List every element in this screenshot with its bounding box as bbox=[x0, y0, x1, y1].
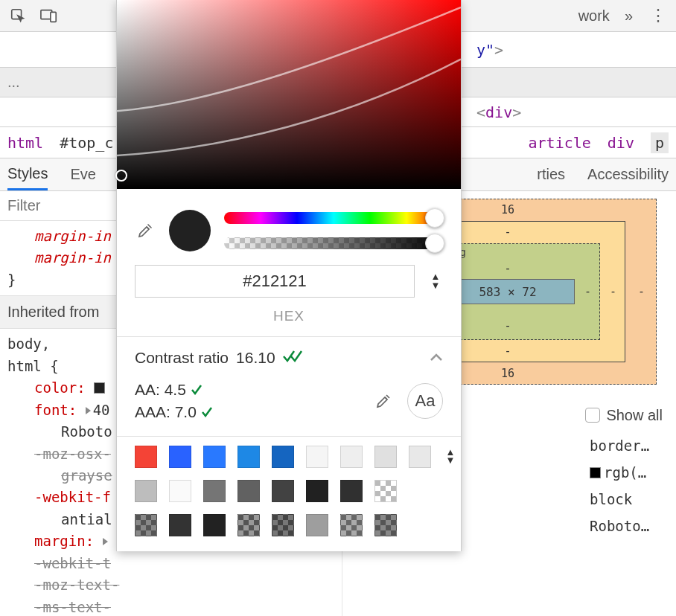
palette-swatch[interactable] bbox=[203, 446, 226, 468]
css-moz-text[interactable]: -moz-text- bbox=[34, 577, 119, 593]
hex-label: HEX bbox=[117, 308, 461, 336]
hex-input[interactable] bbox=[135, 265, 415, 298]
kebab-menu-icon[interactable]: ⋮ bbox=[648, 5, 669, 26]
palette-swatch-transparent[interactable] bbox=[374, 480, 397, 502]
palette-swatch[interactable] bbox=[340, 446, 363, 468]
palette-section: ▲▼ bbox=[117, 437, 461, 551]
css-webkit-t[interactable]: -webkit-t bbox=[34, 555, 111, 571]
expand-icon[interactable] bbox=[86, 407, 91, 414]
palette-swatch[interactable] bbox=[203, 480, 226, 502]
palette-swatch[interactable] bbox=[135, 446, 157, 468]
inspect-icon[interactable] bbox=[7, 5, 28, 26]
palette-swatch[interactable] bbox=[169, 514, 191, 536]
more-tabs-icon[interactable]: » bbox=[625, 7, 633, 25]
alpha-slider[interactable] bbox=[224, 237, 443, 249]
palette-swatch[interactable] bbox=[272, 446, 294, 468]
crumb-article[interactable]: article bbox=[529, 134, 591, 152]
palette-swatch[interactable] bbox=[272, 514, 294, 536]
selector-body[interactable]: body, bbox=[7, 336, 50, 352]
palette-swatch[interactable] bbox=[203, 514, 226, 536]
palette-swatch[interactable] bbox=[306, 514, 328, 536]
palette-swatch[interactable] bbox=[374, 514, 397, 536]
contrast-label: Contrast ratio bbox=[135, 349, 229, 367]
css-color-prop[interactable]: color: bbox=[34, 379, 86, 396]
color-picker-popover: ▲▼ HEX Contrast ratio 16.10 AA: 4.5 AAA:… bbox=[116, 0, 462, 551]
contrast-value: 16.10 bbox=[236, 349, 275, 367]
palette-swatch[interactable] bbox=[340, 480, 363, 502]
crumb-html[interactable]: html bbox=[7, 134, 43, 152]
palette-swatch[interactable] bbox=[237, 446, 260, 468]
aaa-label: AAA: 7.0 bbox=[135, 403, 197, 420]
hex-row: ▲▼ bbox=[117, 265, 461, 308]
palette-swatch[interactable] bbox=[306, 480, 328, 502]
palette-swatch[interactable] bbox=[237, 514, 260, 536]
contrast-row: Contrast ratio 16.10 bbox=[117, 337, 461, 379]
crumb-top[interactable]: #top_c bbox=[60, 134, 113, 152]
check-icon bbox=[191, 381, 204, 398]
hue-thumb[interactable] bbox=[425, 208, 444, 228]
saturation-handle[interactable] bbox=[115, 170, 127, 182]
palette-swatch[interactable] bbox=[306, 446, 328, 468]
palette-swatch[interactable] bbox=[169, 480, 191, 502]
check-icon bbox=[201, 403, 214, 420]
current-color-swatch bbox=[169, 210, 211, 251]
show-all-label: Show all bbox=[606, 407, 663, 424]
css-font-prop[interactable]: font: bbox=[34, 402, 77, 418]
palette-grid: ▲▼ bbox=[135, 446, 443, 536]
color-swatch-icon bbox=[590, 467, 601, 478]
double-check-icon bbox=[283, 349, 305, 367]
tab-event-listeners[interactable]: Eve bbox=[70, 158, 95, 190]
format-stepper[interactable]: ▲▼ bbox=[428, 273, 443, 289]
palette-swatch[interactable] bbox=[169, 446, 191, 468]
hue-slider[interactable] bbox=[224, 212, 443, 224]
tab-properties[interactable]: rties bbox=[537, 158, 565, 190]
picker-controls-row bbox=[117, 189, 461, 265]
css-prop-margin-inline-1[interactable]: margin-in bbox=[34, 228, 111, 244]
attr-value: y" bbox=[476, 41, 494, 59]
wcag-row: AA: 4.5 AAA: 7.0 Aa bbox=[117, 379, 461, 436]
crumb-div[interactable]: div bbox=[608, 134, 634, 152]
palette-swatch[interactable] bbox=[135, 514, 157, 536]
network-tab[interactable]: work bbox=[578, 7, 610, 25]
palette-swatch[interactable] bbox=[340, 514, 363, 536]
selector-html[interactable]: html { bbox=[7, 358, 59, 374]
saturation-value-area[interactable] bbox=[117, 0, 461, 189]
bg-eyedropper-icon[interactable] bbox=[373, 391, 394, 411]
tab-styles[interactable]: Styles bbox=[7, 158, 48, 190]
css-ms-text[interactable]: -ms-text- bbox=[34, 599, 111, 615]
css-moz-osx[interactable]: -moz-osx- bbox=[34, 446, 111, 462]
svg-rect-2 bbox=[51, 12, 56, 22]
palette-swatch[interactable] bbox=[135, 480, 157, 502]
collapse-icon[interactable] bbox=[430, 349, 443, 367]
color-swatch-icon[interactable] bbox=[94, 382, 105, 394]
aa-label: AA: 4.5 bbox=[135, 381, 186, 398]
expand-icon[interactable] bbox=[103, 538, 108, 545]
show-all-checkbox[interactable] bbox=[585, 408, 600, 423]
device-mode-icon[interactable] bbox=[39, 5, 60, 26]
css-webkit-f[interactable]: -webkit-f bbox=[34, 489, 111, 505]
palette-swatch[interactable] bbox=[237, 480, 260, 502]
tab-accessibility[interactable]: Accessibility bbox=[587, 158, 669, 190]
eyedropper-icon[interactable] bbox=[135, 220, 156, 241]
text-sample: Aa bbox=[407, 383, 443, 419]
palette-swatch[interactable] bbox=[374, 446, 397, 468]
css-margin-prop[interactable]: margin: bbox=[34, 533, 94, 549]
palette-swatch[interactable] bbox=[409, 446, 431, 468]
alpha-thumb[interactable] bbox=[425, 234, 444, 253]
crumb-p-selected[interactable]: p bbox=[651, 132, 669, 153]
css-prop-margin-inline-2[interactable]: margin-in bbox=[34, 249, 111, 266]
palette-stepper[interactable]: ▲▼ bbox=[443, 449, 458, 465]
palette-swatch[interactable] bbox=[272, 480, 294, 502]
